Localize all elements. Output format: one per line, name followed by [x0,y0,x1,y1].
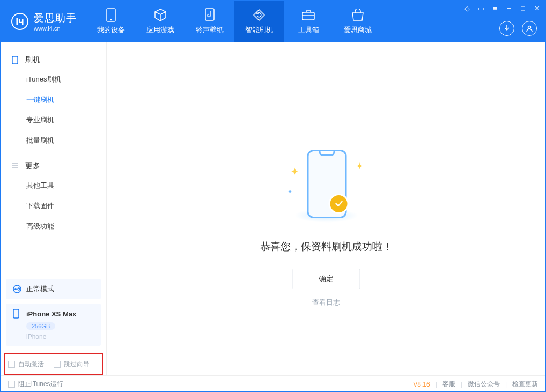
svg-rect-9 [13,309,19,318]
header-right-actions [499,21,537,36]
close-button[interactable]: ✕ [533,4,541,12]
tab-flash[interactable]: 智能刷机 [234,1,284,42]
maximize-button[interactable]: □ [519,4,527,12]
tab-apps[interactable]: 应用游戏 [136,1,185,42]
body: 刷机 iTunes刷机 一键刷机 专业刷机 批量刷机 更多 其他工具 下载固件 … [1,42,545,375]
main-tabs: 我的设备 应用游戏 铃声壁纸 智能刷机 工具箱 爱思商城 [86,1,382,42]
sidebar: 刷机 iTunes刷机 一键刷机 专业刷机 批量刷机 更多 其他工具 下载固件 … [1,42,107,375]
list-icon[interactable]: ≡ [491,4,499,12]
success-illustration: ✦ ✦ ✦ [278,150,374,225]
minimize-button[interactable]: − [505,4,513,12]
block-itunes-label[interactable]: 阻止iTunes运行 [18,380,63,389]
list-icon [11,162,20,171]
success-message: 恭喜您，保资料刷机成功啦！ [260,240,393,254]
sidebar-item-oneclick-flash[interactable]: 一键刷机 [1,90,106,110]
footer-link-wechat[interactable]: 微信公众号 [468,380,500,389]
music-icon [203,8,217,22]
svg-point-8 [18,288,20,290]
checkbox-skip-guide[interactable]: 跳过向导 [54,360,90,369]
footer-link-update[interactable]: 检查更新 [512,380,538,389]
sidebar-item-other-tools[interactable]: 其他工具 [1,175,106,196]
device-box[interactable]: iPhone XS Max 256GB iPhone [6,304,101,346]
footer: 阻止iTunes运行 V8.16 | 客服 | 微信公众号 | 检查更新 [1,375,545,392]
footer-link-support[interactable]: 客服 [442,380,455,389]
header: iч 爱思助手 www.i4.cn 我的设备 应用游戏 铃声壁纸 智能刷机 工具… [1,1,545,42]
tab-my-device[interactable]: 我的设备 [86,1,136,42]
tab-store[interactable]: 爱思商城 [333,1,382,42]
checkbox-icon[interactable] [8,381,15,388]
logo-text: 爱思助手 www.i4.cn [34,11,77,32]
phone-icon [11,56,20,64]
svg-rect-2 [205,9,214,20]
main-content: ✦ ✦ ✦ 恭喜您，保资料刷机成功啦！ 确定 查看日志 [107,42,545,375]
mode-label: 正常模式 [26,284,54,294]
titlebar-controls: ◇ ▭ ≡ − □ ✕ [463,4,541,12]
sidebar-item-batch-flash[interactable]: 批量刷机 [1,130,106,151]
cube-icon [153,8,167,22]
tshirt-icon[interactable]: ◇ [463,4,471,12]
svg-point-1 [110,19,112,20]
checkbox-auto-activate[interactable]: 自动激活 [8,360,44,369]
device-type: iPhone [26,333,94,341]
device-name: iPhone XS Max [26,310,76,318]
highlight-options: 自动激活 跳过向导 [4,353,103,375]
svg-point-4 [528,26,531,29]
download-button[interactable] [499,21,514,36]
refresh-icon [252,8,266,22]
user-button[interactable] [522,21,537,36]
ok-button[interactable]: 确定 [292,269,360,289]
svg-point-7 [14,288,17,290]
checkbox-icon [54,361,61,368]
sidebar-item-advanced[interactable]: 高级功能 [1,216,106,236]
logo-icon: iч [11,13,28,30]
sidebar-item-itunes-flash[interactable]: iTunes刷机 [1,69,106,90]
success-area: ✦ ✦ ✦ 恭喜您，保资料刷机成功啦！ 确定 查看日志 [260,150,393,307]
tab-ringtones[interactable]: 铃声壁纸 [185,1,234,42]
sidebar-item-download-firmware[interactable]: 下载固件 [1,196,106,216]
device-storage: 256GB [26,322,55,330]
sidebar-group-more[interactable]: 更多 [1,158,106,175]
svg-rect-3 [302,12,314,20]
view-log-link[interactable]: 查看日志 [260,298,393,307]
logo[interactable]: iч 爱思助手 www.i4.cn [1,11,86,32]
mode-icon [12,284,22,294]
toolbox-icon [301,8,315,22]
version-label: V8.16 [413,381,430,388]
shop-icon [351,8,365,22]
checkbox-icon [8,361,15,368]
tab-toolbox[interactable]: 工具箱 [284,1,333,42]
menu-icon[interactable]: ▭ [477,4,485,12]
sidebar-group-flash[interactable]: 刷机 [1,52,106,69]
svg-rect-5 [12,56,18,64]
mode-box[interactable]: 正常模式 [6,279,101,299]
device-icon [12,309,22,319]
sidebar-item-pro-flash[interactable]: 专业刷机 [1,110,106,130]
device-icon [104,8,118,22]
check-badge-icon [328,194,349,214]
